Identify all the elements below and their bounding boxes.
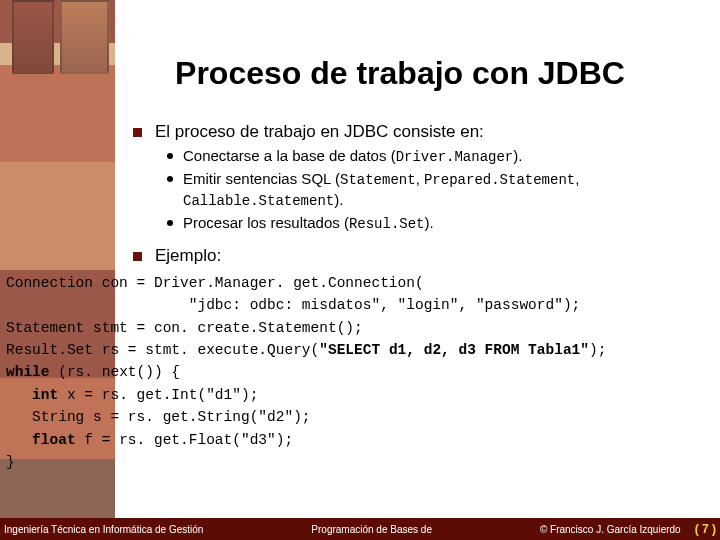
- text: ).: [513, 147, 522, 164]
- footer-right: © Francisco J. García Izquierdo: [540, 524, 681, 535]
- bullet-level1: Ejemplo:: [155, 246, 700, 266]
- code-line: (rs. next()) {: [50, 364, 181, 380]
- slide-footer: Ingeniería Técnica en Informática de Ges…: [0, 518, 720, 540]
- code-line: f = rs. get.Float("d3");: [76, 432, 294, 448]
- text: ).: [334, 191, 343, 208]
- text: Conectarse a la base de datos (: [183, 147, 396, 164]
- bullet-level1: El proceso de trabajo en JDBC consiste e…: [155, 122, 700, 142]
- footer-center: Programación de Bases de: [311, 524, 432, 535]
- code-line: x = rs. get.Int("d1");: [58, 387, 258, 403]
- text: ,: [416, 170, 424, 187]
- inline-code: Resul.Set: [349, 216, 425, 232]
- code-line: "jdbc: odbc: misdatos", "login", "passwo…: [6, 297, 580, 313]
- code-line: Connection con = Driver.Manager. get.Con…: [6, 275, 424, 291]
- sub-list: Conectarse a la base de datos (Driver.Ma…: [155, 146, 700, 234]
- code-line: Result.Set rs = stmt. execute.Query(: [6, 342, 319, 358]
- inline-code: Statement: [340, 172, 416, 188]
- footer-left: Ingeniería Técnica en Informática de Ges…: [4, 524, 203, 535]
- code-keyword: int: [6, 387, 58, 403]
- code-line: );: [589, 342, 606, 358]
- list-item: Procesar los resultados (Resul.Set).: [183, 213, 700, 234]
- inline-code: Driver.Manager: [396, 149, 514, 165]
- code-line: Statement stmt = con. create.Statement()…: [6, 320, 363, 336]
- code-keyword: while: [6, 364, 50, 380]
- code-string: "SELECT d1, d2, d3 FROM Tabla1": [319, 342, 589, 358]
- page-number: ( 7 ): [695, 522, 716, 536]
- code-line: }: [6, 454, 15, 470]
- list-item: Conectarse a la base de datos (Driver.Ma…: [183, 146, 700, 167]
- slide-title: Proceso de trabajo con JDBC: [80, 55, 720, 92]
- list-item: Emitir sentencias SQL (Statement, Prepar…: [183, 169, 700, 211]
- inline-code: Prepared.Statement: [424, 172, 575, 188]
- slide-content: Proceso de trabajo con JDBC El proceso d…: [0, 0, 720, 540]
- slide-body: El proceso de trabajo en JDBC consiste e…: [0, 122, 720, 266]
- text: Procesar los resultados (: [183, 214, 349, 231]
- text: Emitir sentencias SQL (: [183, 170, 340, 187]
- code-example: Connection con = Driver.Manager. get.Con…: [0, 272, 720, 474]
- code-line: String s = rs. get.String("d2");: [6, 409, 311, 425]
- text: ).: [425, 214, 434, 231]
- code-keyword: float: [6, 432, 76, 448]
- text: ,: [575, 170, 579, 187]
- inline-code: Callable.Statement: [183, 193, 334, 209]
